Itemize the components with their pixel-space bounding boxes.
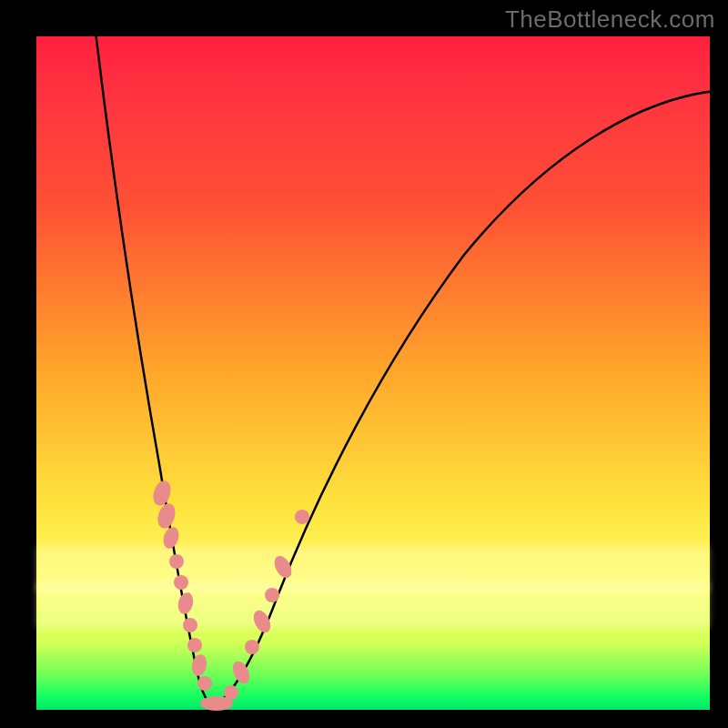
svg-point-7 [187,638,202,652]
chart-frame: TheBottleneck.com [0,0,728,728]
svg-point-1 [155,501,178,531]
svg-point-8 [190,653,209,678]
bead-cluster [150,479,309,711]
svg-point-6 [183,618,197,632]
svg-point-3 [169,554,184,569]
svg-point-17 [295,510,309,524]
left-branch [96,32,212,706]
svg-point-5 [176,591,195,615]
svg-point-0 [150,479,174,508]
svg-point-4 [174,575,188,590]
svg-point-16 [271,553,295,581]
curve-layer [36,36,710,710]
svg-point-13 [245,640,259,654]
plot-area [36,36,710,710]
svg-point-15 [265,588,279,602]
watermark-text: TheBottleneck.com [505,5,715,34]
svg-point-9 [197,676,212,691]
right-branch [212,91,714,706]
svg-point-2 [161,525,182,551]
svg-point-11 [224,685,238,700]
